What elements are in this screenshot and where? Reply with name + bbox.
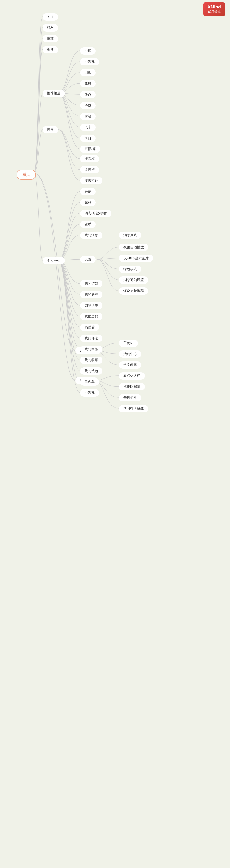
node-meizhou-bikan: 每周必看 xyxy=(119,394,141,401)
trial-mode: 试用模式 xyxy=(208,10,221,14)
node-gerenzhongxin: 个人中心 xyxy=(42,257,65,265)
node-sousuotuijian: 搜索推荐 xyxy=(80,177,103,184)
node-xiaoxi-tongzhi: 消息通知设置 xyxy=(119,277,148,284)
node-dongtai: 动态/粉丝/获赞 xyxy=(80,210,111,217)
brand-name: XMind xyxy=(208,4,221,10)
node-xiaoyouxi2: 小游戏 xyxy=(80,389,99,397)
node-tuijianpindao: 推荐频道 xyxy=(42,90,65,97)
node-changjianwenti: 常见问题 xyxy=(119,361,141,369)
node-liulanlishi: 浏览历史 xyxy=(80,302,103,309)
mindmap-svg xyxy=(0,0,230,868)
node-sousouokuang: 搜索框 xyxy=(80,155,99,162)
node-wozanguode: 我攒过的 xyxy=(80,313,103,320)
node-xiaoshuo: 小说 xyxy=(80,47,96,55)
node-huodongzhongxin: 活动中心 xyxy=(119,350,141,358)
node-xiaoyouxi: 小游戏 xyxy=(80,58,99,65)
node-tuijian: 推荐 xyxy=(42,35,58,42)
node-wodedeGuanzhu: 我的关注 xyxy=(80,291,103,298)
node-shaohouKan: 稍后看 xyxy=(80,324,99,331)
node-pinglun-tuijian: 评论支持推荐 xyxy=(119,287,148,295)
node-xiaoxiliebiao: 消息列表 xyxy=(119,231,141,239)
node-yingbi: 硬币 xyxy=(80,221,96,228)
node-wifi-img: 仅wifi下显示图片 xyxy=(119,255,153,262)
node-redian: 热点 xyxy=(80,91,96,98)
node-shipin: 视频 xyxy=(42,46,58,53)
node-kandian-darenbang: 看点达人榜 xyxy=(119,372,145,379)
node-xunluodui-zhaomou: 巡逻队招募 xyxy=(119,383,145,391)
node-sousuo: 搜索 xyxy=(42,126,58,133)
node-keji: 科技 xyxy=(80,102,96,109)
node-shezhi: 设置 xyxy=(80,256,96,263)
node-zhanyi: 战役 xyxy=(80,80,96,87)
node-lvse-mode: 绿色模式 xyxy=(119,266,141,273)
node-caogaochen: 草稿箱 xyxy=(119,340,138,347)
node-caijing: 财经 xyxy=(80,113,96,120)
xmind-watermark: XMind 试用模式 xyxy=(203,2,225,16)
node-heimingdan: 黑名单 xyxy=(80,378,99,385)
node-zhibo: 直播/等 xyxy=(80,146,100,153)
node-nicheng: 昵称 xyxy=(80,199,96,206)
root-node: 看点 xyxy=(17,170,36,180)
node-weiguan: 围观 xyxy=(80,69,96,76)
node-qiche: 汽车 xyxy=(80,124,96,131)
node-wodeshouchangg: 我的收藏 xyxy=(80,356,103,364)
node-xuexi-daka: 学习打卡挑战 xyxy=(119,405,148,412)
node-resouuobang: 热搜榜 xyxy=(80,166,99,174)
node-guanzhu: 关注 xyxy=(42,13,58,21)
node-toutou: 头像 xyxy=(80,188,96,195)
node-wodejiazu: 我的家族 xyxy=(80,346,103,353)
node-youyou: 好友 xyxy=(42,24,58,32)
node-shipin-auto: 视频自动播放 xyxy=(119,244,148,251)
node-wodexiaoxi: 我的消息 xyxy=(80,231,103,239)
node-wodepinglun: 我的评论 xyxy=(80,335,103,342)
node-kepu: 科普 xyxy=(80,134,96,142)
node-wodequanbao: 我的钱包 xyxy=(80,367,103,375)
node-wodedingqian: 我的订阅 xyxy=(80,280,103,287)
